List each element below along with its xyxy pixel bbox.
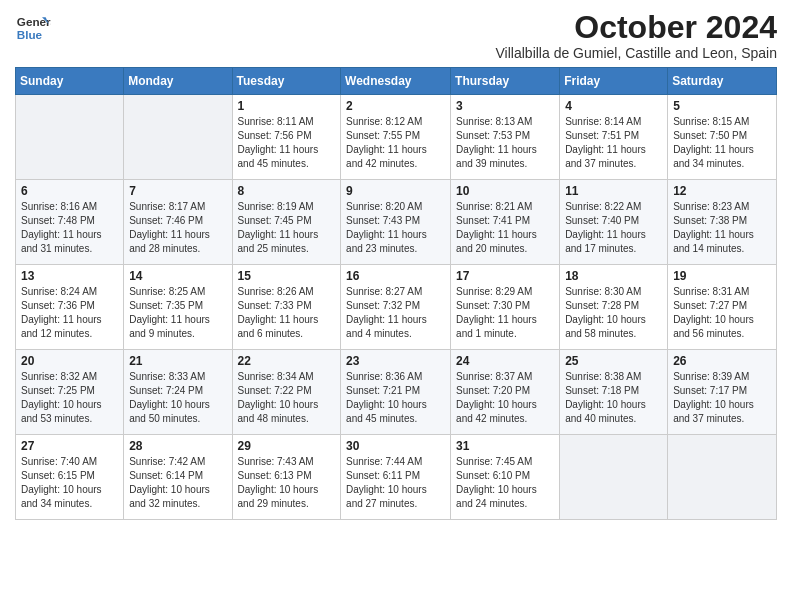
day-number: 18 bbox=[565, 269, 662, 283]
weekday-header-cell: Tuesday bbox=[232, 68, 341, 95]
calendar-cell bbox=[16, 95, 124, 180]
calendar-cell: 2Sunrise: 8:12 AM Sunset: 7:55 PM Daylig… bbox=[341, 95, 451, 180]
day-info: Sunrise: 8:26 AM Sunset: 7:33 PM Dayligh… bbox=[238, 285, 336, 341]
day-info: Sunrise: 8:37 AM Sunset: 7:20 PM Dayligh… bbox=[456, 370, 554, 426]
calendar-cell: 24Sunrise: 8:37 AM Sunset: 7:20 PM Dayli… bbox=[451, 350, 560, 435]
calendar-cell: 25Sunrise: 8:38 AM Sunset: 7:18 PM Dayli… bbox=[560, 350, 668, 435]
calendar-cell: 26Sunrise: 8:39 AM Sunset: 7:17 PM Dayli… bbox=[668, 350, 777, 435]
calendar-cell: 4Sunrise: 8:14 AM Sunset: 7:51 PM Daylig… bbox=[560, 95, 668, 180]
calendar-cell: 19Sunrise: 8:31 AM Sunset: 7:27 PM Dayli… bbox=[668, 265, 777, 350]
day-info: Sunrise: 8:11 AM Sunset: 7:56 PM Dayligh… bbox=[238, 115, 336, 171]
calendar-cell bbox=[560, 435, 668, 520]
calendar-week-row: 13Sunrise: 8:24 AM Sunset: 7:36 PM Dayli… bbox=[16, 265, 777, 350]
svg-text:Blue: Blue bbox=[17, 28, 43, 41]
day-number: 27 bbox=[21, 439, 118, 453]
weekday-header-cell: Wednesday bbox=[341, 68, 451, 95]
calendar-week-row: 6Sunrise: 8:16 AM Sunset: 7:48 PM Daylig… bbox=[16, 180, 777, 265]
day-info: Sunrise: 8:22 AM Sunset: 7:40 PM Dayligh… bbox=[565, 200, 662, 256]
day-number: 19 bbox=[673, 269, 771, 283]
day-info: Sunrise: 8:15 AM Sunset: 7:50 PM Dayligh… bbox=[673, 115, 771, 171]
calendar-cell: 27Sunrise: 7:40 AM Sunset: 6:15 PM Dayli… bbox=[16, 435, 124, 520]
calendar-cell: 17Sunrise: 8:29 AM Sunset: 7:30 PM Dayli… bbox=[451, 265, 560, 350]
day-info: Sunrise: 8:36 AM Sunset: 7:21 PM Dayligh… bbox=[346, 370, 445, 426]
calendar-cell: 30Sunrise: 7:44 AM Sunset: 6:11 PM Dayli… bbox=[341, 435, 451, 520]
day-number: 15 bbox=[238, 269, 336, 283]
day-info: Sunrise: 7:44 AM Sunset: 6:11 PM Dayligh… bbox=[346, 455, 445, 511]
calendar-cell: 8Sunrise: 8:19 AM Sunset: 7:45 PM Daylig… bbox=[232, 180, 341, 265]
day-number: 20 bbox=[21, 354, 118, 368]
weekday-header-cell: Thursday bbox=[451, 68, 560, 95]
calendar-cell: 3Sunrise: 8:13 AM Sunset: 7:53 PM Daylig… bbox=[451, 95, 560, 180]
weekday-header-cell: Saturday bbox=[668, 68, 777, 95]
day-info: Sunrise: 7:43 AM Sunset: 6:13 PM Dayligh… bbox=[238, 455, 336, 511]
calendar-cell: 9Sunrise: 8:20 AM Sunset: 7:43 PM Daylig… bbox=[341, 180, 451, 265]
calendar-week-row: 20Sunrise: 8:32 AM Sunset: 7:25 PM Dayli… bbox=[16, 350, 777, 435]
day-number: 2 bbox=[346, 99, 445, 113]
calendar-cell: 18Sunrise: 8:30 AM Sunset: 7:28 PM Dayli… bbox=[560, 265, 668, 350]
calendar-cell bbox=[668, 435, 777, 520]
day-info: Sunrise: 8:12 AM Sunset: 7:55 PM Dayligh… bbox=[346, 115, 445, 171]
calendar-cell: 7Sunrise: 8:17 AM Sunset: 7:46 PM Daylig… bbox=[124, 180, 232, 265]
day-info: Sunrise: 7:42 AM Sunset: 6:14 PM Dayligh… bbox=[129, 455, 226, 511]
calendar-cell bbox=[124, 95, 232, 180]
day-number: 13 bbox=[21, 269, 118, 283]
page-header: General Blue October 2024 Villalbilla de… bbox=[15, 10, 777, 61]
calendar-cell: 6Sunrise: 8:16 AM Sunset: 7:48 PM Daylig… bbox=[16, 180, 124, 265]
day-number: 7 bbox=[129, 184, 226, 198]
day-info: Sunrise: 8:34 AM Sunset: 7:22 PM Dayligh… bbox=[238, 370, 336, 426]
calendar-week-row: 27Sunrise: 7:40 AM Sunset: 6:15 PM Dayli… bbox=[16, 435, 777, 520]
day-number: 9 bbox=[346, 184, 445, 198]
day-number: 25 bbox=[565, 354, 662, 368]
day-number: 24 bbox=[456, 354, 554, 368]
calendar-cell: 22Sunrise: 8:34 AM Sunset: 7:22 PM Dayli… bbox=[232, 350, 341, 435]
day-info: Sunrise: 8:21 AM Sunset: 7:41 PM Dayligh… bbox=[456, 200, 554, 256]
day-number: 17 bbox=[456, 269, 554, 283]
calendar-cell: 31Sunrise: 7:45 AM Sunset: 6:10 PM Dayli… bbox=[451, 435, 560, 520]
day-info: Sunrise: 8:38 AM Sunset: 7:18 PM Dayligh… bbox=[565, 370, 662, 426]
day-number: 21 bbox=[129, 354, 226, 368]
day-info: Sunrise: 8:14 AM Sunset: 7:51 PM Dayligh… bbox=[565, 115, 662, 171]
day-number: 28 bbox=[129, 439, 226, 453]
day-info: Sunrise: 8:24 AM Sunset: 7:36 PM Dayligh… bbox=[21, 285, 118, 341]
day-number: 1 bbox=[238, 99, 336, 113]
day-number: 5 bbox=[673, 99, 771, 113]
day-number: 16 bbox=[346, 269, 445, 283]
day-number: 14 bbox=[129, 269, 226, 283]
calendar-cell: 13Sunrise: 8:24 AM Sunset: 7:36 PM Dayli… bbox=[16, 265, 124, 350]
weekday-header-cell: Friday bbox=[560, 68, 668, 95]
day-info: Sunrise: 8:39 AM Sunset: 7:17 PM Dayligh… bbox=[673, 370, 771, 426]
logo-icon: General Blue bbox=[15, 10, 51, 46]
month-title: October 2024 bbox=[496, 10, 777, 45]
calendar-cell: 16Sunrise: 8:27 AM Sunset: 7:32 PM Dayli… bbox=[341, 265, 451, 350]
day-info: Sunrise: 8:20 AM Sunset: 7:43 PM Dayligh… bbox=[346, 200, 445, 256]
calendar-cell: 12Sunrise: 8:23 AM Sunset: 7:38 PM Dayli… bbox=[668, 180, 777, 265]
day-info: Sunrise: 8:27 AM Sunset: 7:32 PM Dayligh… bbox=[346, 285, 445, 341]
calendar-body: 1Sunrise: 8:11 AM Sunset: 7:56 PM Daylig… bbox=[16, 95, 777, 520]
calendar-cell: 1Sunrise: 8:11 AM Sunset: 7:56 PM Daylig… bbox=[232, 95, 341, 180]
calendar-cell: 15Sunrise: 8:26 AM Sunset: 7:33 PM Dayli… bbox=[232, 265, 341, 350]
calendar-cell: 14Sunrise: 8:25 AM Sunset: 7:35 PM Dayli… bbox=[124, 265, 232, 350]
svg-text:General: General bbox=[17, 15, 51, 28]
day-info: Sunrise: 7:45 AM Sunset: 6:10 PM Dayligh… bbox=[456, 455, 554, 511]
day-number: 11 bbox=[565, 184, 662, 198]
calendar-cell: 28Sunrise: 7:42 AM Sunset: 6:14 PM Dayli… bbox=[124, 435, 232, 520]
calendar-cell: 20Sunrise: 8:32 AM Sunset: 7:25 PM Dayli… bbox=[16, 350, 124, 435]
day-info: Sunrise: 8:19 AM Sunset: 7:45 PM Dayligh… bbox=[238, 200, 336, 256]
calendar-week-row: 1Sunrise: 8:11 AM Sunset: 7:56 PM Daylig… bbox=[16, 95, 777, 180]
day-number: 4 bbox=[565, 99, 662, 113]
day-info: Sunrise: 8:13 AM Sunset: 7:53 PM Dayligh… bbox=[456, 115, 554, 171]
day-info: Sunrise: 8:16 AM Sunset: 7:48 PM Dayligh… bbox=[21, 200, 118, 256]
day-number: 6 bbox=[21, 184, 118, 198]
weekday-header-row: SundayMondayTuesdayWednesdayThursdayFrid… bbox=[16, 68, 777, 95]
day-number: 3 bbox=[456, 99, 554, 113]
day-number: 8 bbox=[238, 184, 336, 198]
calendar-cell: 11Sunrise: 8:22 AM Sunset: 7:40 PM Dayli… bbox=[560, 180, 668, 265]
weekday-header-cell: Monday bbox=[124, 68, 232, 95]
day-info: Sunrise: 8:33 AM Sunset: 7:24 PM Dayligh… bbox=[129, 370, 226, 426]
day-number: 12 bbox=[673, 184, 771, 198]
day-info: Sunrise: 8:25 AM Sunset: 7:35 PM Dayligh… bbox=[129, 285, 226, 341]
calendar-cell: 29Sunrise: 7:43 AM Sunset: 6:13 PM Dayli… bbox=[232, 435, 341, 520]
day-info: Sunrise: 8:30 AM Sunset: 7:28 PM Dayligh… bbox=[565, 285, 662, 341]
day-number: 22 bbox=[238, 354, 336, 368]
calendar-cell: 10Sunrise: 8:21 AM Sunset: 7:41 PM Dayli… bbox=[451, 180, 560, 265]
